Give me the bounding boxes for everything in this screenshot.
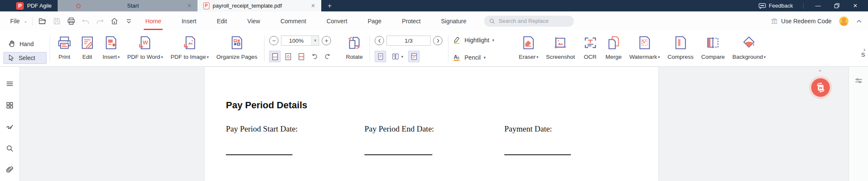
pencil-button[interactable]: Aa Pencil ▾ bbox=[452, 53, 514, 62]
menu-item-protect[interactable]: Protect bbox=[401, 17, 421, 25]
menu-item-convert[interactable]: Convert bbox=[326, 17, 348, 25]
fit-page-button[interactable] bbox=[282, 51, 294, 62]
compare-label: Compare bbox=[701, 54, 725, 60]
organize-pages-button[interactable]: Organize Pages bbox=[212, 32, 261, 65]
dropdown-caret-icon: ▾ bbox=[658, 55, 660, 59]
menu-item-edit[interactable]: Edit bbox=[216, 17, 228, 25]
file-menu[interactable]: File ⌄ bbox=[10, 18, 27, 25]
new-tab-button[interactable]: + bbox=[321, 0, 338, 11]
doc-blank-line bbox=[504, 154, 571, 155]
hand-tool-button[interactable]: Hand bbox=[3, 38, 47, 50]
menu-item-page[interactable]: Page bbox=[367, 17, 382, 25]
watermark-button[interactable]: Watermark▾ bbox=[626, 32, 664, 65]
sidebar-annotations-icon[interactable] bbox=[5, 122, 15, 132]
select-tool-label: Select bbox=[19, 55, 35, 61]
toolbar-divider bbox=[50, 36, 50, 61]
fab-collapse-arrow-icon[interactable]: ▲ bbox=[818, 68, 822, 72]
undo-button[interactable] bbox=[81, 16, 90, 26]
pdf-to-image-button[interactable]: PDF to Image▾ bbox=[167, 32, 213, 65]
close-window-button[interactable]: ✕ bbox=[851, 3, 860, 9]
customize-quick-access-icon[interactable] bbox=[124, 16, 134, 26]
doc-field-label-start-date: Pay Period Start Date: bbox=[226, 124, 298, 134]
right-panel bbox=[849, 67, 868, 181]
previous-page-button[interactable] bbox=[375, 36, 384, 45]
rotate-button[interactable]: Rotate bbox=[342, 32, 367, 65]
eraser-button[interactable]: Eraser▾ bbox=[515, 32, 542, 65]
redo-button[interactable] bbox=[95, 16, 105, 26]
pdf-file-icon: P bbox=[203, 3, 209, 9]
two-page-view-button[interactable]: ▾ bbox=[388, 51, 406, 62]
collapse-ribbon-icon[interactable] bbox=[856, 19, 862, 24]
compress-button[interactable]: Compress bbox=[664, 32, 698, 65]
actual-size-button[interactable]: 1:1 bbox=[269, 51, 281, 62]
merge-button[interactable]: Merge bbox=[602, 32, 626, 65]
organize-pages-icon bbox=[229, 35, 245, 51]
doc-blank-line bbox=[226, 154, 292, 155]
pdf-to-word-floating-button[interactable]: W bbox=[811, 78, 830, 97]
sidebar-menu-icon[interactable] bbox=[5, 79, 15, 89]
rotate-left-button[interactable] bbox=[309, 51, 320, 62]
compare-button[interactable]: Compare bbox=[697, 32, 729, 65]
single-page-view-button[interactable] bbox=[375, 51, 386, 62]
edit-button[interactable]: Edit bbox=[76, 32, 99, 65]
compress-icon bbox=[673, 35, 688, 51]
edit-icon bbox=[80, 35, 95, 51]
print-button[interactable]: Print bbox=[53, 32, 76, 65]
highlight-button[interactable]: Hightlight ▾ bbox=[452, 36, 514, 45]
toolbar-overflow-chevron-icon[interactable]: › bbox=[863, 47, 865, 52]
next-page-button[interactable] bbox=[433, 36, 442, 45]
highlight-label: Hightlight bbox=[465, 37, 489, 44]
search-input[interactable] bbox=[498, 17, 565, 25]
ocr-button[interactable]: OCR bbox=[579, 32, 602, 65]
open-file-button[interactable] bbox=[38, 16, 47, 26]
restore-button[interactable] bbox=[832, 3, 841, 8]
dropdown-caret-icon: ▾ bbox=[484, 55, 486, 60]
toolbar-divider bbox=[370, 36, 370, 61]
tab-start[interactable]: Start ✕ bbox=[58, 0, 198, 11]
svg-text:W: W bbox=[819, 86, 823, 90]
hand-icon bbox=[7, 39, 17, 49]
zoom-dropdown-icon[interactable]: ▼ bbox=[311, 36, 319, 45]
continuous-view-button[interactable] bbox=[408, 51, 420, 62]
menu-item-view[interactable]: View bbox=[247, 17, 261, 25]
menu-item-comment[interactable]: Comment bbox=[280, 17, 307, 25]
sidebar-attachments-icon[interactable] bbox=[5, 165, 15, 175]
avatar[interactable] bbox=[839, 16, 849, 26]
quick-print-button[interactable] bbox=[67, 16, 76, 26]
sidebar-search-icon[interactable] bbox=[5, 143, 15, 154]
background-button[interactable]: Background▾ bbox=[729, 32, 770, 65]
watermark-icon bbox=[637, 35, 652, 51]
tab-start-close-icon[interactable]: ✕ bbox=[185, 3, 194, 9]
minimize-button[interactable]: — bbox=[814, 3, 822, 9]
page-indicator-field[interactable]: 1/3 bbox=[387, 36, 431, 46]
tab-document-close-icon[interactable]: ✕ bbox=[309, 3, 318, 9]
use-redeem-code-button[interactable]: Use Redeem Code bbox=[771, 18, 832, 25]
menubar: File ⌄ Home Insert Edit View Comment C bbox=[0, 11, 868, 30]
pdf-to-word-button[interactable]: W PDF to Word▾ bbox=[123, 32, 167, 65]
insert-button[interactable]: Insert▾ bbox=[99, 32, 123, 65]
properties-sliders-icon[interactable] bbox=[854, 76, 863, 181]
menu-item-insert[interactable]: Insert bbox=[181, 17, 197, 25]
rotate-right-button[interactable] bbox=[322, 51, 333, 62]
fit-width-button[interactable] bbox=[295, 51, 307, 62]
doc-field-label-payment-date: Payment Date: bbox=[504, 124, 552, 134]
highlighter-icon bbox=[452, 36, 462, 45]
menu-item-home[interactable]: Home bbox=[145, 17, 162, 25]
save-button[interactable] bbox=[52, 16, 61, 26]
search-and-replace[interactable] bbox=[484, 16, 574, 27]
zoom-out-button[interactable]: − bbox=[269, 36, 278, 45]
zoom-in-button[interactable]: + bbox=[322, 36, 331, 45]
background-icon bbox=[741, 35, 757, 51]
home-shortcut-button[interactable] bbox=[110, 16, 119, 26]
left-sidebar bbox=[0, 67, 20, 181]
zoom-level-field[interactable]: 100% ▼ bbox=[281, 36, 319, 46]
screenshot-button[interactable]: Screenshot bbox=[542, 32, 579, 65]
select-tool-button[interactable]: Select bbox=[3, 52, 47, 64]
screenshot-icon bbox=[553, 35, 568, 51]
search-icon bbox=[489, 18, 495, 24]
sidebar-thumbnails-icon[interactable] bbox=[5, 100, 15, 110]
tab-document[interactable]: P payroll_receipt_template.pdf ✕ bbox=[198, 0, 321, 11]
feedback-button[interactable]: Feedback bbox=[759, 3, 793, 9]
insert-label: Insert▾ bbox=[103, 54, 120, 60]
menu-item-signature[interactable]: Signature bbox=[440, 17, 467, 25]
